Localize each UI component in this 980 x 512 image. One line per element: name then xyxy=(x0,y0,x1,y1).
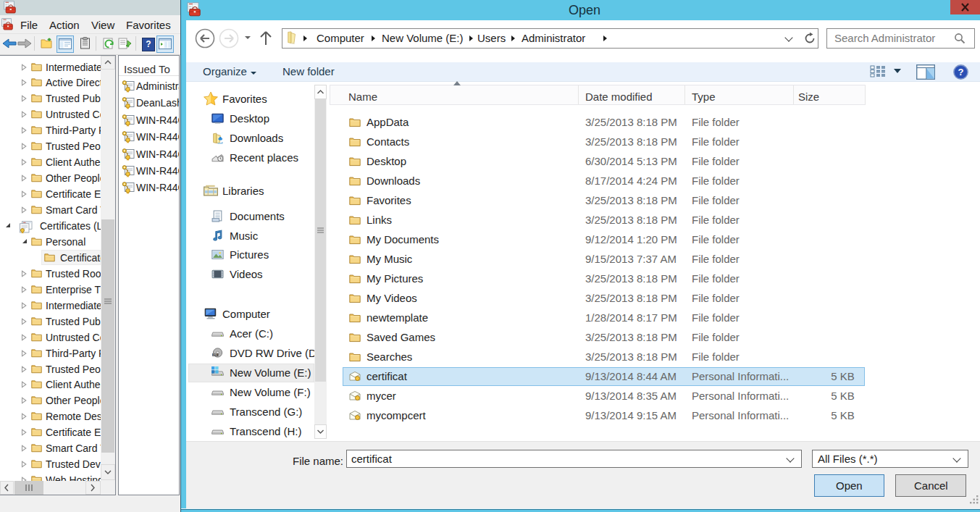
svg-text:?: ? xyxy=(958,67,964,77)
